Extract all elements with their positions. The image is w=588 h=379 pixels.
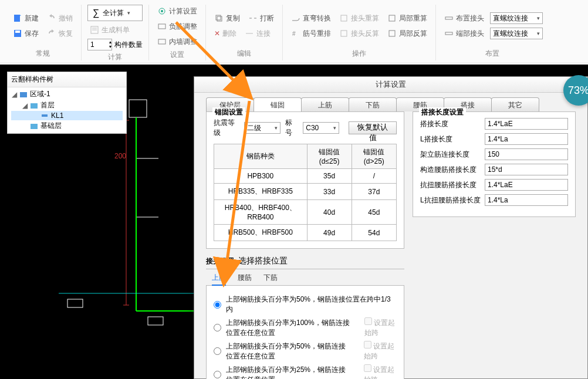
radio-row[interactable]: 上部钢筋接头百分率为50%，钢筋连接位置在跨中1/3内 [214, 295, 397, 314]
svg-rect-21 [445, 32, 452, 35]
dialog-tab-1[interactable]: 锚固 [254, 97, 302, 111]
kv-row: L抗扭腰筋搭接长度1.4*La [420, 194, 568, 206]
group-label-changgui: 常规 [36, 47, 50, 60]
jietou-chong-button[interactable]: 接头重算 [337, 12, 381, 25]
kv-input[interactable]: 15*d [485, 164, 568, 175]
table-row: HRB500、HRBF50049d54d [214, 225, 397, 241]
dialog-tab-3[interactable]: 下筋 [349, 97, 397, 111]
svg-rect-9 [158, 39, 165, 44]
svg-rect-10 [216, 15, 221, 20]
start-span-checkbox[interactable]: 设置起始跨 [364, 341, 397, 361]
group-label-bianji: 编辑 [237, 47, 251, 60]
svg-rect-34 [20, 92, 27, 97]
gen-list-button[interactable]: 生成料单 [87, 23, 132, 36]
radio-row[interactable]: 上部钢筋接头百分率为25%，钢筋连接位置在任意位置 设置起始跨 [214, 364, 397, 379]
jietou-fan-button[interactable]: 接头反算 [337, 27, 381, 40]
svg-rect-37 [31, 124, 38, 129]
buzhi-jietou-button[interactable]: 布置接头 [442, 12, 486, 25]
dialog-tab-6[interactable]: 其它 [491, 97, 539, 111]
new-button[interactable]: 新建 [11, 12, 41, 25]
redo-button[interactable]: 恢复 [45, 27, 75, 40]
svg-rect-11 [217, 16, 222, 21]
svg-rect-36 [42, 114, 48, 117]
qty-label: 构件数量 [114, 40, 143, 50]
save-button[interactable]: 保存 [11, 27, 41, 40]
kangzhen-select[interactable]: 二级▾ [244, 122, 281, 134]
radio-row[interactable]: 上部钢筋接头百分率为50%，钢筋连接位置在任意位置 设置起始跨 [214, 341, 397, 361]
svg-rect-16 [389, 15, 395, 21]
splice-length-title: 搭接长度设置 [419, 107, 466, 117]
svg-rect-30 [67, 299, 83, 307]
connection-select-2[interactable]: 直螺纹连接▾ [490, 28, 543, 39]
jubu-chong-button[interactable]: 局部重算 [385, 12, 430, 25]
anchor-table: 钢筋种类锚固值(d≤25)锚固值(d>25) HPB30035d/HRB335、… [214, 144, 397, 241]
kv-row: 搭接长度1.4*LaE [420, 118, 568, 130]
svg-text:#: # [292, 31, 296, 37]
tree-row-floor1[interactable]: ◢首层 [11, 100, 123, 111]
kv-input[interactable]: 150 [485, 148, 568, 160]
biaohao-label: 标号 [285, 118, 298, 138]
svg-point-7 [161, 10, 163, 12]
radio-row[interactable]: 上部钢筋接头百分率为100%，钢筋连接位置在任意位置 设置起始跨 [214, 317, 397, 338]
svg-rect-22 [129, 100, 147, 117]
kangzhen-label: 抗震等级 [214, 118, 239, 138]
group-label-shezhi: 设置 [170, 48, 184, 62]
radio-input[interactable] [214, 347, 221, 355]
reset-default-button[interactable]: 恢复默认值 [349, 121, 397, 134]
table-row: HRB335、HRBF33533d37d [214, 184, 397, 200]
start-span-checkbox[interactable]: 设置起始跨 [364, 317, 397, 338]
svg-rect-20 [445, 17, 452, 19]
svg-rect-15 [341, 15, 347, 21]
svg-rect-2 [15, 31, 20, 33]
calc-settings-button[interactable]: 计算设置 [155, 5, 200, 18]
qty-spin[interactable]: 1▴▾ [87, 39, 112, 50]
subtab-1[interactable]: 腰筋 [238, 273, 252, 286]
radio-input[interactable] [214, 301, 221, 309]
duantou-jietou-button[interactable]: 端部接头 [442, 27, 486, 40]
ribbon: 新建 撤销 保存 恢复 常规 ∑全计算▾ 生成料单 1▴▾ 构件数量 计算 计算… [0, 0, 588, 63]
start-span-checkbox[interactable]: 设置起始跨 [364, 364, 397, 379]
tree-row-kl1[interactable]: KL1 [11, 111, 123, 120]
tree-row-root[interactable]: ◢区域-1 [11, 89, 123, 100]
dialog-tab-2[interactable]: 上筋 [301, 97, 349, 111]
fujin-button[interactable]: 负筋调整 [155, 20, 200, 33]
lianjie-button[interactable]: 连接 [242, 27, 273, 40]
neiqiang-button[interactable]: 内墙调整 [155, 35, 200, 48]
svg-rect-31 [148, 317, 163, 325]
joint-settings-label: 接头设置 选择搭接位置 [206, 257, 288, 265]
break-button[interactable]: 打断 [246, 12, 276, 25]
subtab-2[interactable]: 下筋 [263, 273, 278, 286]
biaohao-select[interactable]: C30▾ [303, 122, 339, 134]
svg-rect-0 [14, 15, 20, 22]
kv-input[interactable]: 1.4*La [485, 194, 568, 206]
svg-rect-8 [158, 24, 165, 29]
jubu-fan-button[interactable]: 局部反算 [385, 27, 430, 40]
tree-row-basement[interactable]: 基础层 [11, 120, 123, 131]
table-row: HPB30035d/ [214, 169, 397, 184]
group-label-caozuo: 操作 [352, 47, 366, 60]
svg-rect-35 [31, 103, 38, 109]
radio-input[interactable] [214, 371, 221, 378]
kv-row: L搭接长度1.4*La [420, 133, 568, 145]
connection-select-1[interactable]: 直螺纹连接▾ [490, 12, 543, 24]
jinhao-button[interactable]: #筋号重排 [289, 27, 333, 40]
table-row: HRB400、HRBF400、RRB40040d45d [214, 200, 397, 225]
tree-title: 云翻样构件树 [8, 72, 126, 87]
kv-input[interactable]: 1.4*LaE [485, 179, 568, 191]
anchor-settings-title: 锚固设置 [212, 107, 245, 117]
subtab-0[interactable]: 上筋 [212, 273, 226, 286]
zhiwan-button[interactable]: 直弯转换 [289, 12, 333, 25]
calc-settings-dialog: 计算设置 保护层锚固上筋下筋腰筋搭接其它 锚固设置 抗震等级 二级▾ 标号 C3… [194, 76, 588, 379]
kv-input[interactable]: 1.4*LaE [485, 118, 568, 130]
copy-button[interactable]: 复制 [212, 12, 242, 25]
kv-row: 抗扭腰筋搭接长度1.4*LaE [420, 179, 568, 191]
group-label-buzhi: 布置 [485, 47, 499, 60]
kv-row: 架立筋连接长度150 [420, 148, 568, 160]
delete-button[interactable]: ✕删除 [212, 27, 239, 40]
undo-button[interactable]: 撤销 [45, 12, 75, 25]
radio-input[interactable] [214, 324, 221, 331]
kv-input[interactable]: 1.4*La [485, 133, 568, 145]
component-tree-panel: 云翻样构件树 ◢区域-1 ◢首层 KL1 基础层 [7, 72, 127, 134]
svg-rect-18 [341, 31, 347, 36]
all-calc-button[interactable]: ∑全计算▾ [87, 5, 143, 21]
